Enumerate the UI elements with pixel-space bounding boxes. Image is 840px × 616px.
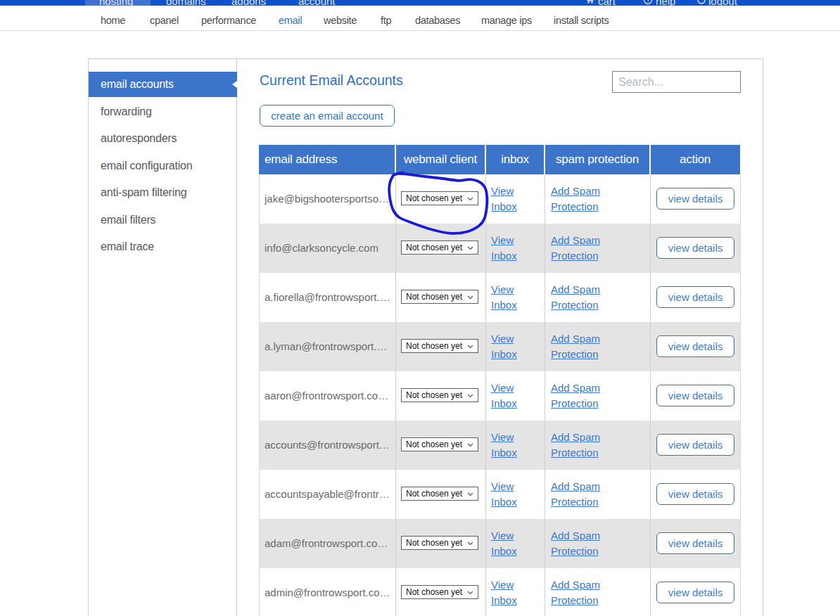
svg-text:?: ? [647,0,650,4]
